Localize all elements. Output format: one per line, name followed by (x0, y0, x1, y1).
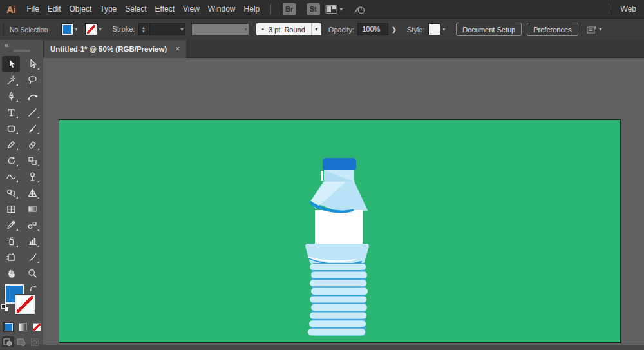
style-label[interactable]: Style: (407, 26, 425, 34)
swap-fill-stroke-icon[interactable] (29, 284, 39, 295)
zoom-tool[interactable] (23, 266, 41, 282)
mesh-tool[interactable] (2, 201, 20, 217)
fill-color-swatch[interactable] (61, 23, 73, 35)
color-button[interactable] (3, 322, 14, 332)
stroke-weight-stepper[interactable]: ▲▼ (138, 23, 148, 35)
eyedropper-tool[interactable] (2, 217, 20, 233)
document-tab-bar: Untitled-1* @ 50% (RGB/Preview) × (43, 40, 644, 58)
selection-tool[interactable] (2, 56, 20, 72)
canvas[interactable] (43, 58, 644, 345)
menu-select[interactable]: Select (121, 0, 151, 18)
pencil-tool[interactable] (2, 137, 20, 153)
document-tab-title: Untitled-1* @ 50% (RGB/Preview) (50, 45, 167, 53)
menu-help[interactable]: Help (240, 0, 264, 18)
artboard[interactable] (59, 120, 620, 342)
gradient-button[interactable] (17, 322, 28, 332)
column-graph-tool[interactable] (23, 233, 41, 249)
stroke-color-indicator[interactable] (15, 295, 35, 314)
menu-edit[interactable]: Edit (43, 0, 65, 18)
symbol-sprayer-tool[interactable] (2, 233, 20, 249)
collapse-tools-icon[interactable]: « (5, 41, 8, 49)
perspective-grid-tool[interactable] (23, 185, 41, 201)
stroke-chevron-icon[interactable]: ▾ (99, 26, 102, 32)
arrange-documents-icon[interactable] (325, 5, 338, 14)
fill-stroke-indicator (0, 284, 43, 319)
menu-effect[interactable]: Effect (151, 0, 178, 18)
appearance-buttons (3, 322, 43, 332)
magic-wand-tool[interactable] (2, 72, 20, 88)
opacity-label[interactable]: Opacity: (328, 26, 354, 34)
workspace-switcher[interactable]: Web (621, 5, 636, 14)
menu-window[interactable]: Window (204, 0, 240, 18)
menubar-separator (270, 4, 271, 14)
preferences-button[interactable]: Preferences (527, 23, 578, 36)
tools-panel: « (0, 40, 43, 345)
draw-inside-icon[interactable] (29, 336, 41, 347)
artboard-tool[interactable] (2, 249, 20, 266)
menu-view[interactable]: View (179, 0, 204, 18)
eraser-tool[interactable] (23, 137, 41, 153)
gpu-performance-icon[interactable] (352, 3, 366, 15)
bridge-button[interactable]: Br (283, 3, 296, 15)
lasso-tool[interactable] (23, 72, 41, 88)
brush-definition-dropdown[interactable]: ▾ (191, 23, 249, 35)
fill-chevron-icon[interactable]: ▾ (75, 26, 78, 32)
free-transform-tool[interactable] (23, 169, 41, 185)
curvature-tool[interactable] (23, 88, 41, 104)
brush-variable-width-combo[interactable]: • 3 pt. Round ▾ (256, 23, 321, 35)
rotate-tool[interactable] (2, 153, 20, 169)
tools-drag-handle[interactable] (14, 50, 30, 52)
drawing-modes (2, 336, 43, 347)
default-fill-stroke-icon[interactable] (1, 304, 10, 313)
stock-button[interactable]: St (307, 3, 320, 15)
document-setup-button[interactable]: Document Setup (456, 23, 522, 36)
bottle-ribs[interactable] (308, 264, 368, 336)
menu-file[interactable]: File (23, 0, 43, 18)
hand-tool[interactable] (2, 266, 20, 282)
isolate-chevron-icon[interactable]: ▾ (600, 26, 602, 32)
control-bar: No Selection ▾ ▾ Stroke: ▲▼ ▾ ▾ • 3 pt. … (0, 18, 644, 40)
stroke-color-swatch[interactable] (85, 23, 97, 35)
draw-behind-icon[interactable] (15, 336, 28, 347)
opacity-flyout-icon[interactable]: ❯ (392, 26, 397, 33)
document-tab[interactable]: Untitled-1* @ 50% (RGB/Preview) × (44, 40, 186, 58)
bottle-cap[interactable] (323, 158, 356, 171)
style-swatch[interactable] (428, 23, 440, 35)
rectangle-tool[interactable] (2, 121, 20, 137)
direct-selection-tool[interactable] (23, 56, 41, 72)
gradient-tool[interactable] (23, 201, 41, 217)
menu-object[interactable]: Object (65, 0, 96, 18)
stepper-down-icon[interactable]: ▼ (142, 30, 146, 34)
blend-tool[interactable] (23, 217, 41, 233)
isolate-selected-icon[interactable] (586, 24, 598, 35)
scale-tool[interactable] (23, 153, 41, 169)
none-button[interactable] (31, 322, 43, 332)
pen-tool[interactable] (2, 88, 20, 104)
menu-type[interactable]: Type (96, 0, 121, 18)
arrange-documents-chevron-icon[interactable]: ▾ (340, 6, 343, 12)
slice-tool[interactable] (23, 249, 41, 266)
bottle-label[interactable] (315, 210, 363, 244)
brush-chevron-icon[interactable]: ▾ (244, 26, 247, 32)
menubar-separator-right (609, 4, 609, 14)
style-chevron-icon[interactable]: ▾ (442, 26, 445, 32)
stroke-weight-dropdown[interactable]: ▾ (149, 23, 185, 35)
line-segment-tool[interactable] (23, 104, 41, 121)
shape-builder-tool[interactable] (2, 185, 20, 201)
brush-value: 3 pt. Round (264, 26, 311, 34)
window-bottom-strip (0, 345, 644, 350)
brush-combo-chevron-icon[interactable]: ▾ (312, 26, 321, 32)
bottle-collar-highlight[interactable] (321, 171, 324, 181)
width-tool[interactable] (2, 169, 20, 185)
tab-close-icon[interactable]: × (175, 44, 180, 53)
paintbrush-tool[interactable] (23, 121, 41, 137)
opacity-input[interactable]: 100% (357, 23, 388, 35)
stroke-label[interactable]: Stroke: (113, 25, 135, 34)
bottle-illustration[interactable] (59, 120, 620, 342)
controlbar-grip[interactable] (3, 23, 4, 36)
stroke-weight-chevron-icon[interactable]: ▾ (180, 26, 183, 32)
selection-status: No Selection (10, 26, 48, 34)
menu-bar: Ai File Edit Object Type Select Effect V… (0, 0, 644, 18)
type-tool[interactable] (2, 104, 20, 121)
draw-normal-icon[interactable] (2, 336, 14, 347)
